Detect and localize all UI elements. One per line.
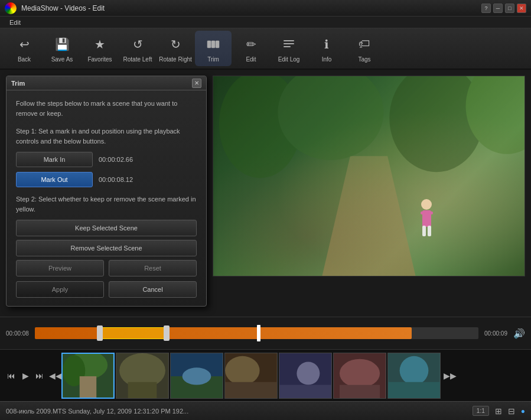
timeline-selection [102, 327, 168, 339]
mark-in-time: 00:00:02.66 [99, 156, 133, 163]
film-next-end[interactable]: ⏭ [33, 371, 46, 380]
close-button[interactable]: ✕ [517, 4, 526, 13]
film-thumb-4[interactable] [224, 353, 278, 399]
mark-in-row: Mark In 00:00:02.66 [16, 152, 197, 167]
toolbar-edit[interactable]: ✏ Edit [233, 31, 269, 66]
save-as-icon: 💾 [53, 35, 71, 54]
toolbar-back[interactable]: ↩ Back [6, 31, 43, 66]
svg-rect-11 [428, 226, 431, 236]
film-next-frame[interactable]: ▶▶ [442, 371, 455, 380]
svg-rect-37 [388, 382, 440, 398]
minimize-button[interactable]: ─ [493, 4, 503, 13]
toolbar-tags[interactable]: 🏷 Tags [346, 31, 383, 66]
toolbar-rotate-right[interactable]: ↻ Rotate Right [157, 31, 194, 66]
thumb-6-image [334, 353, 386, 398]
toolbar-edit-log[interactable]: Edit Log [271, 31, 307, 66]
toolbar-rotate-right-label: Rotate Right [159, 56, 192, 63]
volume-icon[interactable]: 🔊 [513, 328, 525, 339]
apply-cancel-row: Apply Cancel [16, 281, 197, 298]
toolbar-favorites[interactable]: ★ Favorites [82, 31, 118, 66]
edit-log-icon [279, 35, 298, 54]
toolbar-tags-label: Tags [358, 56, 370, 63]
svg-point-6 [421, 199, 432, 210]
info-icon: ℹ [317, 35, 336, 54]
trim-instructions: Follow the steps below to mark a scene t… [16, 99, 197, 118]
timeline-handle-left[interactable] [97, 325, 103, 341]
toolbar-edit-log-label: Edit Log [278, 56, 300, 63]
film-thumb-1[interactable] [61, 353, 115, 399]
cancel-button[interactable]: Cancel [109, 281, 197, 298]
mark-in-button[interactable]: Mark In [16, 152, 93, 167]
svg-rect-1 [211, 41, 215, 48]
maximize-button[interactable]: □ [505, 4, 514, 13]
toolbar-trim[interactable]: Trim [195, 31, 232, 66]
mark-out-time: 00:00:08.12 [99, 176, 133, 183]
preview-reset-row: Preview Reset [16, 260, 197, 276]
timeline-start-time: 00:00:08 [6, 330, 29, 337]
film-thumb-7[interactable] [387, 353, 441, 399]
toolbar-save-as[interactable]: 💾 Save As [44, 31, 80, 66]
film-prev-start[interactable]: ⏮ [5, 371, 18, 380]
trim-icon [204, 35, 223, 54]
film-thumb-5[interactable] [279, 353, 332, 399]
title-bar-left: MediaShow - Videos - Edit [5, 2, 105, 14]
trim-step1: Step 1: Set a mark in and out position u… [16, 126, 197, 146]
help-button[interactable]: ? [481, 4, 491, 13]
timeline-playhead[interactable] [257, 325, 260, 341]
video-frame [213, 76, 525, 276]
svg-point-27 [225, 356, 259, 385]
toolbar-favorites-label: Favorites [87, 56, 112, 63]
status-bar: 008-июль 2009.MTS Sunday, July 12, 2009 … [0, 401, 531, 420]
svg-rect-3 [284, 40, 294, 41]
film-thumb-3[interactable] [170, 353, 223, 399]
trim-dialog: Trim ✕ Follow the steps below to mark a … [6, 76, 207, 307]
toolbar-rotate-left-label: Rotate Left [123, 56, 152, 63]
film-play[interactable]: ▶ [19, 371, 32, 380]
toolbar-info[interactable]: ℹ Info [308, 31, 345, 66]
status-icon-circle[interactable]: ● [521, 407, 525, 415]
dialog-close-button[interactable]: ✕ [192, 79, 201, 88]
timeline-handle-right[interactable] [164, 325, 170, 341]
status-icon-2[interactable]: ⊟ [508, 406, 515, 416]
toolbar-rotate-left[interactable]: ↺ Rotate Left [119, 31, 156, 66]
title-bar: MediaShow - Videos - Edit ? ─ □ ✕ [0, 0, 531, 17]
svg-point-25 [183, 367, 211, 385]
preview-button[interactable]: Preview [16, 260, 104, 276]
timeline-track[interactable] [35, 327, 478, 339]
remove-selected-scene-button[interactable]: Remove Selected Scene [16, 240, 197, 256]
thumb-4-image [225, 353, 277, 398]
svg-rect-8 [421, 211, 425, 214]
svg-point-33 [340, 359, 380, 388]
toolbar-edit-label: Edit [246, 56, 256, 63]
film-prev-frame[interactable]: ◀◀ [47, 371, 60, 380]
svg-rect-10 [422, 226, 426, 236]
timeline-filled [35, 327, 412, 339]
app-icon [5, 2, 17, 14]
toolbar-save-as-label: Save As [51, 56, 73, 63]
mark-out-button[interactable]: Mark Out [16, 172, 93, 187]
zoom-badge: 1:1 [473, 406, 489, 416]
svg-rect-0 [207, 41, 211, 48]
trim-step2: Step 2: Select whether to keep or remove… [16, 194, 197, 214]
tags-icon: 🏷 [355, 35, 374, 54]
mark-out-row: Mark Out 00:00:08.12 [16, 172, 197, 187]
keep-selected-scene-button[interactable]: Keep Selected Scene [16, 220, 197, 236]
svg-rect-19 [80, 376, 96, 397]
svg-rect-31 [279, 385, 331, 398]
film-thumb-2[interactable] [116, 353, 169, 399]
favorites-icon: ★ [90, 35, 109, 54]
film-thumb-6[interactable] [333, 353, 386, 399]
svg-rect-34 [340, 385, 380, 398]
thumb-1-image [63, 354, 113, 398]
reset-button[interactable]: Reset [109, 260, 197, 276]
svg-point-36 [400, 356, 429, 385]
timeline-end-time: 00:00:09 [484, 330, 507, 337]
dialog-title: Trim [11, 80, 25, 87]
svg-rect-22 [128, 382, 157, 398]
status-icon-1[interactable]: ⊞ [495, 406, 502, 416]
video-preview [213, 76, 525, 276]
status-text: 008-июль 2009.MTS Sunday, July 12, 2009 … [6, 408, 467, 415]
menu-edit[interactable]: Edit [5, 19, 25, 26]
apply-button[interactable]: Apply [16, 281, 104, 298]
back-icon: ↩ [15, 35, 34, 54]
